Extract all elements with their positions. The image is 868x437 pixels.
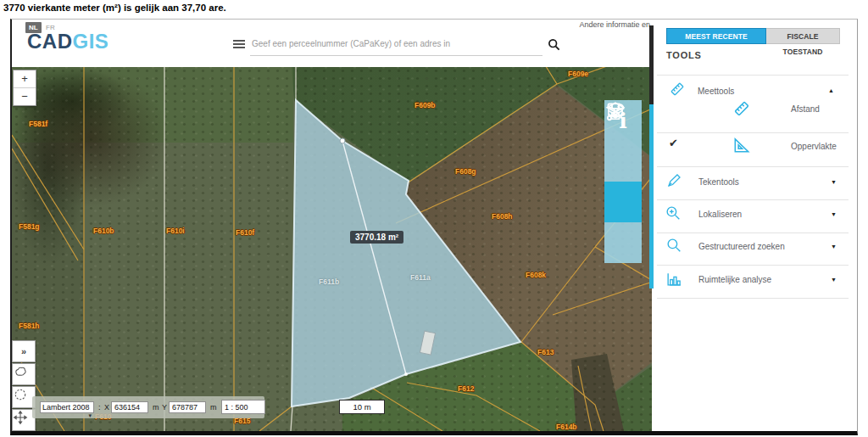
collapse-icon[interactable]: ▼ [831, 244, 837, 249]
header: NL FR CADGIS Andere informatie en [12, 20, 652, 67]
parcel-label-F611a: F611a [410, 273, 431, 282]
analysis-chart-icon [665, 270, 683, 288]
parcel-label-F608g: F608g [455, 167, 476, 176]
tools-button[interactable] [604, 182, 642, 222]
parcel-label-F611b: F611b [319, 277, 339, 286]
parcel-label-F608k: F608k [526, 271, 546, 279]
zoom-out-button[interactable]: − [14, 88, 36, 105]
active-tool-check-icon: ✔ [669, 137, 678, 149]
logo-part1: CAD [27, 30, 73, 53]
menu-icon[interactable] [233, 40, 245, 49]
zoom-in-button[interactable]: + [14, 70, 36, 88]
group-gestructureerd-zoeken[interactable]: Gestructureerd zoeken [698, 242, 785, 251]
parcel-label-F612: F612 [458, 384, 474, 393]
print-button[interactable] [604, 222, 642, 263]
parcel-label-F614b: F614b [556, 423, 577, 431]
map-side-toolbar: i [604, 100, 642, 263]
group-meettools[interactable]: Meettools [698, 87, 734, 96]
app-logo: CADGIS [27, 30, 108, 53]
collapse-icon[interactable]: ▼ [831, 211, 837, 217]
tools-panel: MEEST RECENTE TOESTAND FISCALE TOESTAND … [652, 20, 857, 431]
projection-select[interactable]: Lambert 2008▾ [40, 401, 94, 413]
x-unit: m [153, 403, 159, 412]
page-title: 3770 vierkante meter (m²) is gelijk aan … [3, 3, 226, 13]
parcel-label-F610i: F610i [166, 227, 185, 235]
divider [657, 199, 849, 200]
ruler-icon [669, 81, 686, 98]
app-window: NL FR CADGIS Andere informatie en [10, 19, 858, 435]
map-scale-input[interactable] [221, 400, 265, 414]
scale-bar: 10 m [339, 400, 385, 414]
panel-title: TOOLS [666, 50, 702, 60]
parcel-label-F581f: F581f [29, 120, 47, 128]
print-icon [604, 100, 626, 122]
parcel-label-F613: F613 [537, 348, 554, 356]
measurement-label: 3770.18 m² [350, 231, 403, 244]
parcel-label-layer: F581fF609bF609eF608gF608hF608kF610bF610i… [12, 67, 652, 431]
area-triangle-icon [732, 136, 751, 154]
parcel-label-F609b: F609b [415, 101, 436, 109]
divider [657, 265, 849, 266]
parcel-label-F581h: F581h [19, 322, 40, 330]
parcel-label-F609e: F609e [568, 70, 588, 78]
tab-meest-recente-toestand[interactable]: MEEST RECENTE TOESTAND [666, 28, 766, 44]
divider [657, 166, 849, 167]
y-label: Y [162, 403, 167, 412]
parcel-label-F581g: F581g [19, 222, 40, 231]
layers-button[interactable] [604, 141, 642, 182]
panel-divider-dark [649, 25, 654, 104]
freehand-select-icon[interactable] [12, 363, 36, 385]
parcel-label-F610b: F610b [93, 227, 114, 235]
tool-afstand[interactable]: Afstand [791, 104, 820, 114]
y-unit: m [210, 403, 217, 412]
group-tekentools[interactable]: Tekentools [698, 177, 739, 187]
divider [657, 298, 849, 299]
locate-search-icon [665, 204, 682, 222]
distance-ruler-icon [732, 99, 751, 118]
parcel-label-F608h: F608h [492, 212, 513, 221]
map-canvas[interactable]: F581fF609bF609eF608gF608hF608kF610bF610i… [12, 67, 652, 431]
x-label: X [104, 403, 109, 412]
tab-fiscale-toestand[interactable]: FISCALE TOESTAND [766, 28, 840, 44]
expand-panel-button[interactable]: » [12, 340, 36, 362]
panel-divider-accent [649, 104, 654, 289]
search-icon[interactable] [548, 38, 560, 51]
collapse-icon[interactable]: ▼ [831, 277, 837, 283]
structured-search-icon [665, 237, 683, 255]
parcel-label-F610f: F610f [236, 228, 254, 237]
tool-oppervlakte[interactable]: Oppervlakte [791, 142, 837, 151]
pen-icon [665, 172, 682, 189]
collapse-icon[interactable]: ▲ [828, 87, 834, 93]
x-coordinate-input[interactable] [111, 401, 148, 413]
logo-part2: GIS [73, 30, 109, 53]
coordinate-bar: Lambert 2008▾ : X m Y m [32, 396, 264, 418]
group-ruimtelijke-analyse[interactable]: Ruimtelijke analyse [698, 275, 771, 284]
other-info-link[interactable]: Andere informatie en [368, 20, 650, 29]
collapse-icon[interactable]: ▼ [831, 179, 837, 185]
divider [657, 132, 849, 133]
divider [657, 233, 849, 233]
search-bar [250, 35, 542, 56]
chevron-down-icon: ▾ [88, 412, 92, 419]
y-coordinate-input[interactable] [169, 401, 206, 413]
coord-separator: : [98, 403, 101, 412]
search-input[interactable] [250, 36, 533, 52]
zoom-control: + − [13, 70, 36, 106]
divider [657, 75, 849, 76]
group-lokaliseren[interactable]: Lokaliseren [698, 210, 742, 219]
